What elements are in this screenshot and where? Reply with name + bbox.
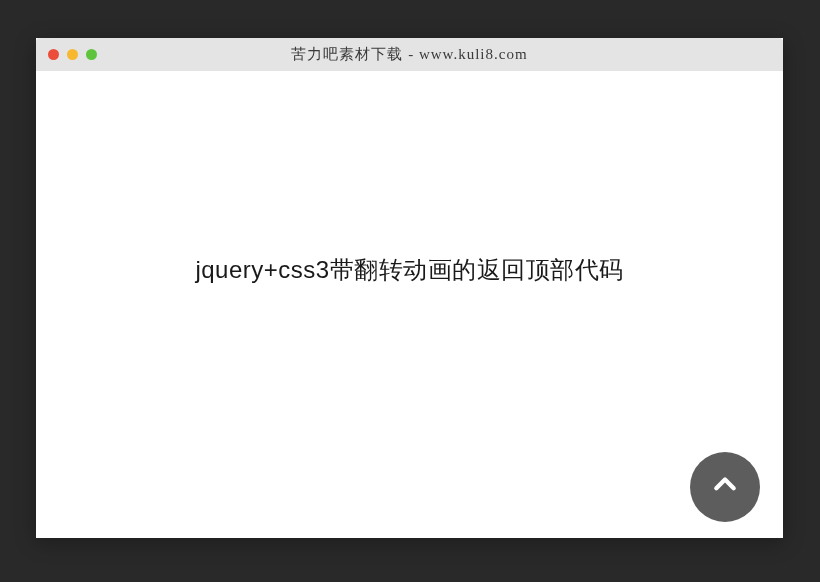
- page-title: jquery+css3带翻转动画的返回顶部代码: [195, 254, 623, 286]
- back-to-top-button[interactable]: [690, 452, 760, 522]
- chevron-up-icon: [712, 472, 738, 502]
- content-area: jquery+css3带翻转动画的返回顶部代码: [36, 71, 783, 538]
- window-title: 苦力吧素材下载 - www.kuli8.com: [36, 45, 783, 64]
- window-titlebar: 苦力吧素材下载 - www.kuli8.com: [36, 38, 783, 71]
- browser-window: 苦力吧素材下载 - www.kuli8.com jquery+css3带翻转动画…: [36, 38, 783, 538]
